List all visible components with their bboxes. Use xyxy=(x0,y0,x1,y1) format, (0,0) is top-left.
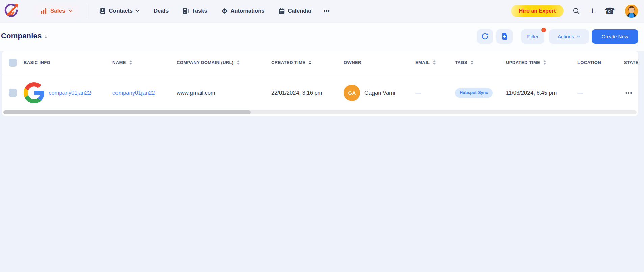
column-header-email[interactable]: EMAIL xyxy=(415,51,436,74)
hire-an-expert-label: Hire an Expert xyxy=(519,8,556,14)
column-header-company-domain[interactable]: COMPANY DOMAIN (URL) xyxy=(177,51,240,74)
table-row: company01jan22 company01jan22 www.gmail.… xyxy=(2,74,638,111)
row-actions-cell: ••• xyxy=(625,74,633,111)
export-icon xyxy=(501,33,508,40)
workspace-label: Sales xyxy=(50,8,65,15)
workspace-switcher-sales[interactable]: Sales xyxy=(34,4,79,19)
chevron-down-icon xyxy=(69,10,73,12)
nav-item-label: Automations xyxy=(231,8,265,14)
export-button[interactable] xyxy=(496,29,513,44)
column-header-created-time[interactable]: CREATED TIME xyxy=(271,51,311,74)
owner-name: Gagan Varni xyxy=(364,90,395,96)
refresh-button[interactable] xyxy=(477,29,493,44)
nav-more-menu[interactable]: ••• xyxy=(324,8,330,14)
column-header-state[interactable]: STATE xyxy=(624,51,638,74)
sort-icon-desc-active[interactable] xyxy=(309,60,311,65)
quick-add-button[interactable]: + xyxy=(589,6,595,16)
user-avatar-image xyxy=(624,4,639,18)
contacts-book-icon xyxy=(99,8,106,14)
page-title-row: Companies 1 xyxy=(1,32,47,40)
name-cell: company01jan22 xyxy=(112,74,155,111)
column-header-tags[interactable]: TAGS xyxy=(455,51,473,74)
hire-an-expert-button[interactable]: Hire an Expert xyxy=(511,5,564,17)
filter-notification-dot xyxy=(541,28,546,32)
nav-item-label: Contacts xyxy=(109,8,133,14)
nav-item-label: Deals xyxy=(154,8,169,14)
updated-time-cell: 11/03/2024, 6:45 pm xyxy=(506,74,557,111)
sort-icon[interactable] xyxy=(471,60,473,65)
email-cell: — xyxy=(415,74,421,111)
basic-info-cell: company01jan22 xyxy=(24,74,91,111)
basic-info-link[interactable]: company01jan22 xyxy=(49,90,91,96)
horizontal-scrollbar-thumb[interactable] xyxy=(3,110,251,114)
nav-item-contacts[interactable]: Contacts xyxy=(99,8,139,14)
sort-icon[interactable] xyxy=(543,60,546,65)
sort-icon[interactable] xyxy=(433,60,436,65)
tag-badge: Hubspot Sync xyxy=(455,88,493,98)
column-header-updated-time[interactable]: UPDATED TIME xyxy=(506,51,546,74)
nav-item-deals[interactable]: Deals xyxy=(154,8,169,14)
google-logo-icon xyxy=(24,82,45,103)
select-all-checkbox-cell xyxy=(9,51,17,74)
calendar-icon xyxy=(279,8,285,14)
search-button[interactable] xyxy=(573,7,580,15)
created-time-cell: 22/01/2024, 3:16 pm xyxy=(271,74,322,111)
bar-chart-icon xyxy=(41,8,47,14)
refresh-icon xyxy=(481,32,489,40)
filter-button[interactable]: Filter xyxy=(521,29,544,44)
nav-item-label: Calendar xyxy=(288,8,312,14)
select-all-checkbox[interactable] xyxy=(9,59,17,67)
plus-icon: + xyxy=(589,6,595,16)
company-name-link[interactable]: company01jan22 xyxy=(112,90,155,96)
column-header-name[interactable]: NAME xyxy=(112,51,132,74)
create-new-button[interactable]: Create New xyxy=(592,29,638,44)
search-icon xyxy=(573,7,580,15)
top-navigation: Sales Contacts Deals Tasks xyxy=(0,0,644,22)
companies-table: BASIC INFO NAME COMPANY DOMAIN (URL) CRE… xyxy=(2,51,638,116)
sort-icon[interactable] xyxy=(129,60,132,65)
filter-label: Filter xyxy=(527,34,538,39)
nav-divider xyxy=(87,4,87,18)
nav-item-label: Tasks xyxy=(192,8,207,14)
salesmate-logo-icon[interactable] xyxy=(3,3,19,19)
topnav-right-cluster: Hire an Expert + ☎ xyxy=(511,4,644,19)
user-avatar[interactable] xyxy=(624,4,639,19)
phone-button[interactable]: ☎ xyxy=(604,6,615,16)
page-header: Companies 1 Filter Actions xyxy=(0,23,644,51)
tasks-icon xyxy=(183,8,189,14)
nav-item-tasks[interactable]: Tasks xyxy=(183,8,207,14)
gear-icon: ⚙ xyxy=(222,8,228,15)
row-checkbox-cell xyxy=(9,74,17,111)
company-domain-cell: www.gmail.com xyxy=(177,74,215,111)
nav-item-automations[interactable]: ⚙ Automations xyxy=(222,8,265,15)
page-title: Companies xyxy=(1,32,42,40)
owner-cell: GA Gagan Varni xyxy=(344,74,395,111)
owner-avatar: GA xyxy=(344,85,360,101)
toolbar: Filter Actions Create New xyxy=(477,29,638,44)
record-count: 1 xyxy=(44,34,47,39)
nav-item-calendar[interactable]: Calendar xyxy=(279,8,312,14)
actions-button[interactable]: Actions xyxy=(549,29,589,44)
column-header-owner[interactable]: OWNER xyxy=(344,51,361,74)
column-header-basic-info[interactable]: BASIC INFO xyxy=(24,51,50,74)
chevron-down-icon xyxy=(136,10,139,12)
actions-label: Actions xyxy=(558,34,574,39)
phone-icon: ☎ xyxy=(604,6,615,16)
horizontal-scrollbar-track[interactable] xyxy=(3,110,637,114)
location-cell: — xyxy=(577,74,583,111)
chevron-down-icon xyxy=(577,35,581,38)
tags-cell: Hubspot Sync xyxy=(455,74,493,111)
sort-icon[interactable] xyxy=(237,60,240,65)
column-header-location[interactable]: LOCATION xyxy=(577,51,601,74)
create-new-label: Create New xyxy=(601,34,628,39)
row-checkbox[interactable] xyxy=(9,89,17,97)
table-header-row: BASIC INFO NAME COMPANY DOMAIN (URL) CRE… xyxy=(2,51,638,74)
row-more-menu-icon[interactable]: ••• xyxy=(625,90,633,96)
